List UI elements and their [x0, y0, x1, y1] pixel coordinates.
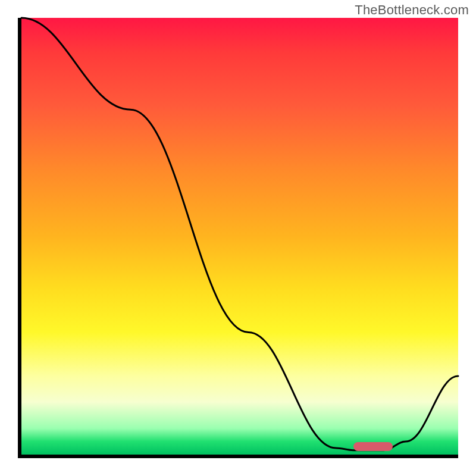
- optimal-range-marker: [353, 442, 393, 451]
- watermark-text: TheBottleneck.com: [355, 2, 469, 18]
- bottleneck-curve: [21, 18, 458, 455]
- plot-frame: [18, 18, 458, 458]
